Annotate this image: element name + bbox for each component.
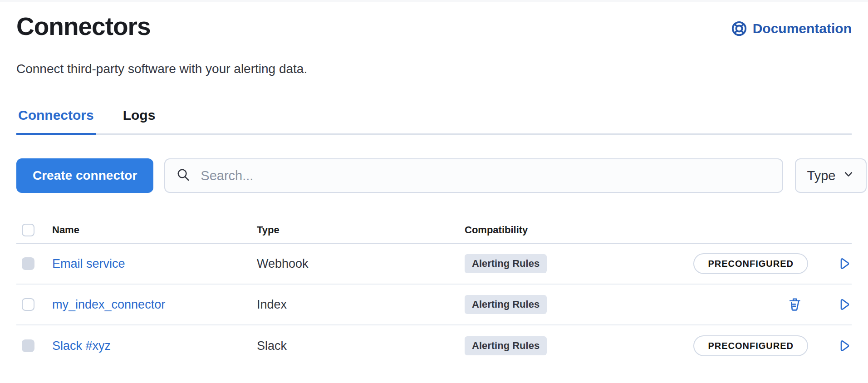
table-row: Slack #xyz Slack Alerting Rules PRECONFI… — [16, 325, 852, 366]
search-icon — [176, 167, 191, 184]
play-icon[interactable] — [836, 256, 852, 271]
tab-logs[interactable]: Logs — [121, 108, 157, 135]
row-actions: PRECONFIGURED — [693, 253, 852, 274]
connector-type: Webhook — [257, 257, 465, 271]
page-header: Connectors Documentation — [16, 2, 852, 40]
table-header-row: Name Type Compatibility — [16, 217, 852, 244]
connector-type: Slack — [257, 339, 465, 353]
row-checkbox — [22, 257, 34, 270]
search-input[interactable] — [201, 168, 771, 183]
header-checkbox-cell — [16, 224, 52, 236]
compatibility-badge: Alerting Rules — [465, 254, 547, 273]
chevron-down-icon — [843, 168, 854, 183]
table-row: Email service Webhook Alerting Rules PRE… — [16, 244, 852, 285]
column-header-compatibility: Compatibility — [465, 224, 852, 236]
table-body: Email service Webhook Alerting Rules PRE… — [16, 244, 852, 366]
connectors-table: Name Type Compatibility Email service We… — [16, 217, 852, 366]
row-actions: PRECONFIGURED — [693, 335, 852, 356]
page-subtitle: Connect third-party software with your a… — [16, 61, 852, 77]
column-header-type: Type — [257, 224, 465, 236]
documentation-label: Documentation — [753, 21, 852, 36]
help-ring-icon — [731, 20, 747, 37]
type-filter-label: Type — [807, 168, 836, 183]
compatibility-badge: Alerting Rules — [465, 336, 547, 355]
compatibility-badge: Alerting Rules — [465, 295, 547, 314]
tab-connectors[interactable]: Connectors — [16, 108, 96, 135]
row-checkbox-cell — [16, 298, 52, 311]
connectors-page: Connectors Documentation Connect third-p… — [0, 2, 868, 366]
row-checkbox — [22, 339, 34, 352]
select-all-checkbox[interactable] — [22, 224, 34, 236]
row-checkbox-cell — [16, 339, 52, 352]
page-title: Connectors — [16, 12, 151, 40]
row-actions — [787, 297, 852, 312]
row-checkbox-cell — [16, 257, 52, 270]
connector-type: Index — [257, 298, 465, 312]
preconfigured-pill: PRECONFIGURED — [693, 335, 808, 356]
create-connector-button[interactable]: Create connector — [16, 158, 153, 193]
trash-icon[interactable] — [787, 297, 803, 312]
play-icon[interactable] — [836, 338, 852, 354]
connector-name-link[interactable]: Slack #xyz — [52, 339, 111, 353]
type-filter-button[interactable]: Type — [795, 158, 867, 193]
connector-name-link[interactable]: Email service — [52, 257, 125, 270]
table-row: my_index_connector Index Alerting Rules — [16, 285, 852, 325]
toolbar: Create connector Type — [16, 158, 852, 193]
row-checkbox[interactable] — [22, 298, 34, 311]
search-box — [164, 158, 783, 193]
preconfigured-pill: PRECONFIGURED — [693, 253, 808, 274]
connector-name-link[interactable]: my_index_connector — [52, 298, 165, 311]
tab-bar: ConnectorsLogs — [16, 108, 852, 135]
play-icon[interactable] — [836, 297, 852, 312]
column-header-name: Name — [52, 224, 257, 236]
documentation-link[interactable]: Documentation — [731, 20, 852, 37]
